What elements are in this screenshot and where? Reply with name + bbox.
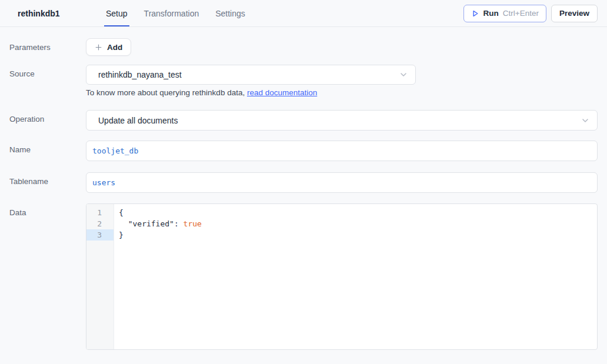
line-number-active: 3 — [86, 229, 114, 241]
play-icon — [471, 9, 479, 18]
header-actions: Run Ctrl+Enter Preview — [463, 5, 598, 22]
source-row: Source rethinkdb_nayana_test To know mor… — [9, 65, 598, 97]
run-button-label: Run — [483, 9, 499, 18]
plus-icon — [95, 44, 102, 51]
operation-select[interactable]: Update all documents — [86, 110, 598, 131]
code-token: : — [174, 219, 184, 228]
source-select[interactable]: rethinkdb_nayana_test — [86, 65, 416, 85]
tab-settings[interactable]: Settings — [215, 0, 245, 26]
tab-setup-label: Setup — [106, 9, 128, 18]
source-helper-text: To know more about querying rethinkdb da… — [86, 88, 598, 97]
operation-row: Operation Update all documents — [9, 110, 598, 131]
code-token: "verified" — [119, 219, 174, 228]
chevron-down-icon — [581, 116, 590, 125]
tablename-row: Tablename — [9, 172, 598, 193]
query-tabs: Setup Transformation Settings — [106, 0, 245, 26]
source-selected-value: rethinkdb_nayana_test — [98, 70, 399, 79]
query-editor-header: rethinkdb1 Setup Transformation Settings… — [0, 0, 607, 27]
code-token: true — [184, 219, 202, 228]
source-label: Source — [9, 65, 86, 78]
query-setup-panel: Parameters Add Source rethinkdb_nayana_t… — [0, 27, 607, 350]
name-row: Name — [9, 141, 598, 161]
run-button[interactable]: Run Ctrl+Enter — [463, 5, 546, 22]
name-input[interactable] — [86, 141, 598, 161]
tablename-label: Tablename — [9, 172, 86, 186]
tab-transformation[interactable]: Transformation — [144, 0, 199, 26]
tab-transformation-label: Transformation — [144, 9, 199, 18]
preview-button[interactable]: Preview — [551, 5, 598, 22]
helper-prefix: To know more about querying rethinkdb da… — [86, 88, 247, 97]
data-label: Data — [9, 203, 86, 217]
run-shortcut-hint: Ctrl+Enter — [503, 9, 539, 18]
line-number: 2 — [86, 218, 114, 229]
read-documentation-link[interactable]: read documentation — [247, 88, 317, 97]
code-line: "verified": true — [119, 218, 597, 229]
parameters-label: Parameters — [9, 38, 86, 52]
parameters-row: Parameters Add — [9, 38, 598, 56]
query-title: rethinkdb1 — [18, 9, 106, 18]
add-parameter-button[interactable]: Add — [86, 38, 131, 56]
add-parameter-label: Add — [107, 43, 122, 52]
code-line: } — [119, 229, 597, 241]
tab-settings-label: Settings — [215, 9, 245, 18]
tablename-input[interactable] — [86, 172, 598, 193]
code-line: { — [119, 207, 597, 218]
line-number: 1 — [86, 207, 114, 218]
data-code-editor[interactable]: 1 2 3 { "verified": true } — [86, 203, 598, 350]
code-token: } — [119, 231, 124, 239]
code-token: { — [119, 208, 124, 217]
line-number-gutter: 1 2 3 — [86, 204, 114, 349]
operation-selected-value: Update all documents — [98, 116, 581, 125]
tab-setup[interactable]: Setup — [106, 0, 128, 26]
data-row: Data 1 2 3 { "verified": true } — [9, 203, 598, 350]
code-area[interactable]: { "verified": true } — [114, 204, 597, 349]
name-label: Name — [9, 141, 86, 154]
operation-label: Operation — [9, 110, 86, 123]
chevron-down-icon — [399, 70, 408, 79]
